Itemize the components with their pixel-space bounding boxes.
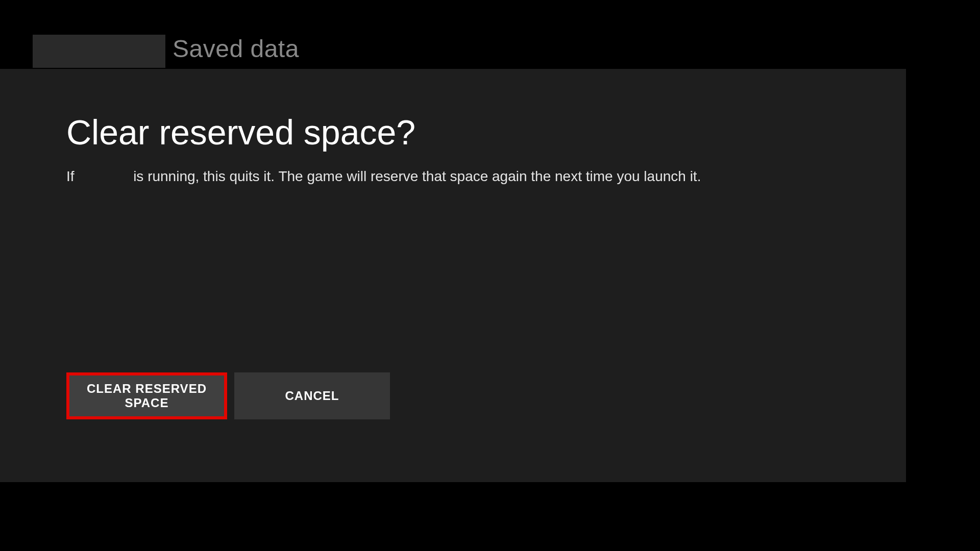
right-border [906,0,980,551]
cancel-button[interactable]: CANCEL [234,372,390,419]
dialog-body-text: If is running, this quits it. The game w… [66,168,701,185]
header-bar: Saved data [0,0,980,69]
header-breadcrumb-title: Saved data [173,35,299,63]
clear-reserved-space-button[interactable]: CLEAR RESERVED SPACE [66,372,227,419]
screen: Saved data Clear reserved space? If is r… [0,0,980,551]
dialog-body-suffix: is running, this quits it. The game will… [133,168,701,184]
dialog-title: Clear reserved space? [66,112,415,152]
header-app-tile [33,35,165,68]
bottom-border [0,482,906,551]
dialog-panel: Clear reserved space? If is running, thi… [0,69,906,482]
dialog-body-prefix: If [66,168,75,184]
dialog-button-row: CLEAR RESERVED SPACE CANCEL [66,372,390,419]
